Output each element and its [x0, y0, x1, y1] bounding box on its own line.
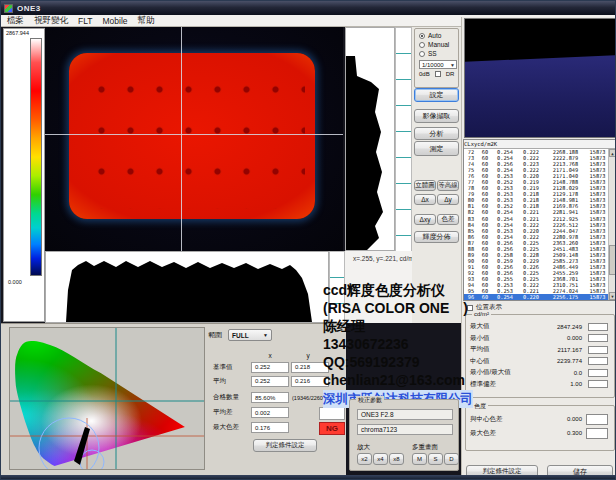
cie-chromaticity-diagram[interactable]	[9, 327, 205, 470]
stat-input[interactable]	[588, 369, 608, 377]
max-diff-field[interactable]: 0.176	[251, 422, 289, 433]
avg-diff-row: 平均差 0.002	[213, 407, 289, 418]
camera-preview-panel-image	[464, 55, 616, 138]
multi-screen-button[interactable]: D	[444, 453, 459, 465]
zoom-button[interactable]: x4	[373, 453, 388, 465]
contact-line: 陈经理	[323, 317, 473, 335]
stat-input[interactable]	[588, 380, 608, 388]
pass-value-field[interactable]: 85.60%	[251, 392, 289, 403]
menu-item[interactable]: 檔案	[7, 15, 24, 27]
menu-item[interactable]: FLT	[78, 16, 92, 26]
view3d-button[interactable]: 立體圖	[414, 180, 436, 191]
control-column: Auto Manual SS 1/10000 ▼ 0dB DR 設定 影像擷取 …	[412, 27, 461, 323]
analyze-button[interactable]: 分析	[414, 127, 459, 140]
stat-row: 最大色差 0.300	[470, 426, 610, 440]
chevron-down-icon: ▼	[450, 62, 455, 68]
x-value-field[interactable]: 0.252	[251, 376, 289, 387]
radio-label: SS	[428, 50, 437, 57]
right-panel: CLxycd/m2K 72 60 0.254 0.222 2268.188 15…	[461, 17, 616, 475]
measure-button[interactable]: 測定	[414, 141, 459, 156]
stat-input[interactable]	[586, 428, 608, 439]
chroma-group-label: 色度	[472, 402, 488, 411]
shutter-select[interactable]: 1/10000 ▼	[419, 60, 457, 69]
range-value: FULL	[232, 332, 249, 339]
contact-email: chenlian21@163.com	[323, 371, 473, 389]
zoom-label: 放大	[357, 443, 370, 452]
table-scrollbar[interactable]: ▲ ▼	[608, 149, 616, 300]
stat-row: 最小值/最大值 0.0	[470, 367, 610, 379]
pass-count-row: 合格數量 85.60% (19346/22600)	[213, 392, 328, 403]
result-input[interactable]	[319, 407, 345, 420]
max-diff-row: 最大色差 0.176	[213, 422, 289, 433]
calibration-field-2[interactable]: chroma7123	[357, 424, 453, 435]
table-body[interactable]: 72 60 0.254 0.222 2268.188 15873 73 60 0…	[464, 149, 608, 300]
stat-input[interactable]	[588, 334, 608, 342]
stat-row: 最小值 0.000	[470, 333, 610, 345]
stat-input[interactable]	[586, 414, 608, 425]
table-column-header: cd/m2	[477, 140, 494, 148]
chroma-stat-rows: 與中心色差 0.000 最大色差 0.300	[470, 412, 610, 440]
calibration-field-1[interactable]: ONE3 F2.8	[357, 409, 453, 420]
thermal-panel-image	[69, 53, 315, 219]
multi-screen-button[interactable]: M	[412, 453, 427, 465]
capture-button[interactable]: 影像擷取	[414, 109, 459, 123]
scroll-thumb[interactable]	[609, 245, 616, 275]
crosshair-horizontal[interactable]	[45, 134, 343, 135]
title-bar[interactable]: ONE3	[1, 1, 616, 15]
window-title: ONE3	[17, 4, 41, 13]
stat-row: 最大值 2847.249	[470, 321, 610, 333]
delta-y-button[interactable]: Δy	[437, 194, 459, 205]
table-row[interactable]: 96 60 0.254 0.220 2256.175 15873	[464, 294, 608, 300]
delta-x-button[interactable]: Δx	[414, 194, 436, 205]
contact-phone: 13430672236	[323, 335, 473, 353]
camera-preview[interactable]	[464, 18, 616, 138]
stat-input[interactable]	[588, 357, 608, 365]
contact-line: ccd辉度色度分析仪	[323, 281, 473, 299]
range-label: 範圍	[208, 330, 222, 340]
chroma-group: 色度 與中心色差 0.000 最大色差 0.300	[465, 405, 615, 451]
stat-input[interactable]	[588, 323, 608, 331]
x-value-field[interactable]: 0.252	[251, 362, 289, 373]
xy-column-headers: x y	[251, 352, 331, 359]
stat-input[interactable]	[588, 346, 608, 354]
multi-screen-button[interactable]: S	[428, 453, 443, 465]
luminance-dist-button[interactable]: 輝度分佈	[414, 231, 459, 243]
settings-button[interactable]: 設定	[414, 88, 459, 102]
judge-condition-button[interactable]: 判定條件設定	[253, 439, 317, 452]
capture-mode-radio[interactable]: SS	[419, 49, 458, 58]
zoom-button[interactable]: x2	[357, 453, 372, 465]
capture-mode-radio[interactable]: Manual	[419, 40, 458, 49]
radio-icon	[419, 42, 425, 48]
luminance-map-view[interactable]	[45, 27, 343, 251]
crosshair-vertical[interactable]	[181, 27, 182, 251]
statistics-area: 位置表示 cd/m² 最大值 2847.249 最小值 0.000 平均值 21…	[463, 303, 616, 475]
color-scale-max: 2867.944	[6, 30, 29, 36]
dr-label: DR	[446, 71, 455, 77]
zoom-button[interactable]: x8	[389, 453, 404, 465]
radio-label: Auto	[428, 32, 441, 39]
menu-item[interactable]: 視野變化	[34, 15, 68, 27]
contour-button[interactable]: 等高線	[437, 180, 459, 191]
range-select[interactable]: FULL ▼	[228, 329, 272, 341]
color-scale-gradient	[30, 38, 42, 276]
menu-item[interactable]: 幫助	[138, 15, 155, 27]
table-header: CLxycd/m2K	[464, 140, 616, 149]
stat-row: 中心值 2239.774	[470, 356, 610, 368]
radio-label: Manual	[428, 41, 449, 48]
scroll-down-icon[interactable]: ▼	[609, 292, 616, 300]
capture-mode-radio[interactable]: Auto	[419, 31, 458, 40]
cie-diagram-image	[10, 328, 204, 469]
zoom-buttons: x2x4x8	[357, 453, 405, 465]
scroll-up-icon[interactable]: ▲	[609, 149, 616, 157]
measurement-table[interactable]: CLxycd/m2K 72 60 0.254 0.222 2268.188 15…	[463, 139, 616, 301]
avg-diff-field[interactable]: 0.002	[251, 407, 289, 418]
multi-screen-label: 多重畫面	[412, 443, 438, 452]
gain-row: 0dB DR	[419, 71, 458, 77]
menu-item[interactable]: Mobile	[102, 16, 127, 26]
radio-icon	[419, 33, 425, 39]
range-row: 範圍 FULL ▼	[208, 329, 272, 341]
dr-checkbox[interactable]	[435, 71, 441, 77]
color-diff-button[interactable]: 色差	[437, 214, 459, 225]
delta-xy-button[interactable]: Δxy	[414, 214, 436, 225]
capture-mode-group: Auto Manual SS 1/10000 ▼ 0dB DR	[414, 28, 459, 88]
